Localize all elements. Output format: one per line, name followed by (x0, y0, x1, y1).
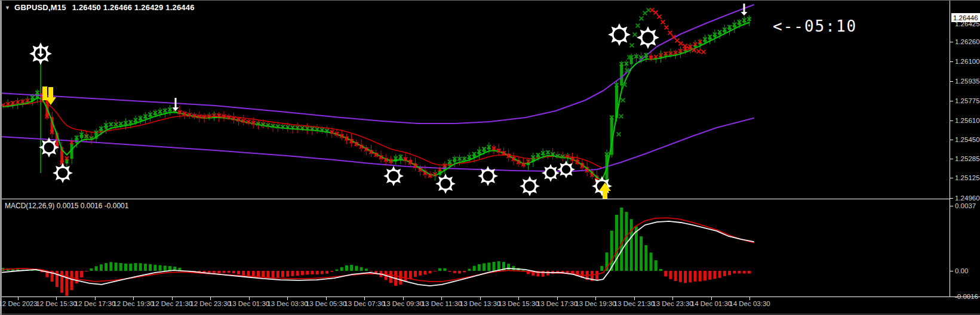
time-tick-label: 13 Dec 07:30 (344, 300, 385, 307)
symbol-label: GBPUSD,M15 (14, 3, 66, 12)
sun-icon (435, 174, 456, 194)
time-tick-label: 13 Dec 09:30 (383, 300, 423, 307)
price-tick-label: 1.26260 (955, 38, 980, 45)
time-tick-label: 12 Dec 19:30 (113, 300, 153, 307)
time-tick-label: 13 Dec 17:30 (537, 300, 577, 307)
current-price-value: 1.26446 (953, 14, 978, 21)
time-tick-label: 12 Dec 15:30 (36, 300, 76, 307)
macd-axis-label: 0.00 (955, 267, 968, 274)
macd-histogram (2, 208, 751, 296)
sun-icon (637, 26, 659, 49)
time-tick-label: 13 Dec 03:30 (267, 300, 308, 307)
time-tick-label: 13 Dec 13:30 (460, 300, 500, 307)
sun-icon (39, 137, 59, 158)
symbol-header: ▼GBPUSD,M151.26450 1.26466 1.26429 1.264… (5, 3, 195, 12)
time-tick-label: 13 Dec 19:30 (575, 300, 616, 307)
time-tick-label: 13 Dec 15:30 (498, 300, 539, 307)
signal-x-trail (1, 17, 751, 184)
price-tick-label: 1.25125 (955, 174, 980, 181)
price-tick-label: 1.26100 (955, 58, 980, 65)
sun-icon (53, 163, 73, 183)
channel-lines (0, 5, 754, 171)
sun-icon (542, 164, 560, 182)
time-tick-label: 14 Dec 03:30 (729, 300, 770, 307)
price-tick-label: 1.25450 (955, 136, 980, 143)
time-tick-label: 13 Dec 23:30 (652, 300, 693, 307)
time-tick-label: 13 Dec 11:30 (422, 300, 462, 307)
ohlc-values: 1.26450 1.26466 1.26429 1.26446 (72, 3, 195, 12)
macd-indicator-label: MACD(12,26,9) 0.0015 0.0016 -0.0001 (5, 202, 128, 210)
sun-icon (478, 166, 498, 186)
sun-icon (520, 176, 540, 196)
macd-axis-label: 0.0037 (955, 202, 976, 209)
time-tick-label: 13 Dec 05:30 (306, 300, 346, 307)
price-tick-label: 1.25935 (955, 78, 980, 85)
time-axis[interactable]: 12 Dec 202312 Dec 15:3012 Dec 17:3012 De… (0, 297, 770, 307)
sun-symbols (29, 23, 659, 196)
price-tick-label: 1.25285 (955, 155, 980, 162)
chart-canvas[interactable]: 1.262601.261001.259351.257751.256101.254… (0, 0, 980, 315)
sun-icon (383, 166, 404, 186)
price-tick-label: 1.25775 (955, 97, 980, 104)
macd-axis-label: -0.0016 (955, 293, 978, 300)
time-tick-label: 12 Dec 23:30 (190, 300, 231, 307)
time-tick-label: 13 Dec 01:30 (229, 300, 269, 307)
price-tick-label: 1.25610 (955, 117, 980, 124)
sun-icon (592, 176, 612, 196)
timer-annotation: <--05:10 (773, 17, 857, 35)
macd-axis[interactable]: 0.00370.00-0.0016 (950, 202, 978, 300)
time-tick-label: 13 Dec 21:30 (614, 300, 655, 307)
sun-icon (608, 23, 631, 46)
price-tick-label: 1.24960 (955, 194, 980, 202)
time-tick-label: 14 Dec 01:30 (691, 300, 732, 307)
sun-icon (557, 160, 575, 178)
price-axis[interactable]: 1.262601.261001.259351.257751.256101.254… (950, 13, 980, 202)
mt4-chart-window: 1.262601.261001.259351.257751.256101.254… (0, 0, 980, 315)
time-tick-label: 12 Dec 2023 (0, 300, 38, 307)
dropdown-arrow-icon[interactable]: ▼ (5, 5, 10, 11)
time-tick-label: 12 Dec 17:30 (75, 300, 115, 307)
time-tick-label: 12 Dec 21:30 (152, 300, 192, 307)
candlesticks (7, 16, 751, 188)
